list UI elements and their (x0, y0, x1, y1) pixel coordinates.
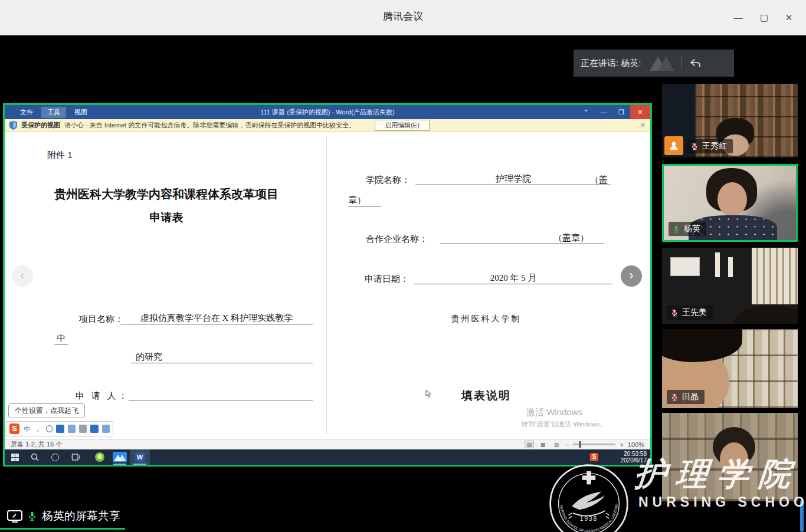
browser-app-button[interactable] (90, 449, 110, 465)
applicant-blank (129, 390, 313, 401)
task-view-button[interactable] (65, 449, 85, 465)
share-banner-label: 杨英的屏幕共享 (42, 508, 120, 524)
participant-name: 杨英 (684, 224, 700, 234)
zoom-slider-thumb[interactable] (579, 441, 581, 448)
participant-tile-speaking[interactable]: 杨英 (662, 164, 798, 242)
mic-muted-icon (670, 308, 679, 317)
college-stamp-wrap: 章） (348, 195, 381, 206)
next-screen-button[interactable]: › (621, 265, 642, 287)
college-value: 护理学院 (415, 173, 611, 185)
speaking-label: 正在讲话: 杨英: (581, 58, 641, 69)
word-menu-tools[interactable]: 工具 (41, 107, 66, 118)
zoom-out-button[interactable]: − (565, 441, 569, 448)
task-view-icon (71, 454, 80, 461)
participant-name: 王先美 (682, 307, 707, 318)
word-app-button[interactable]: W (130, 449, 150, 465)
prev-screen-button[interactable]: ‹ (12, 265, 33, 287)
windows-taskbar: W S 20:53:58 2020/6/17 (5, 449, 650, 465)
enable-editing-button[interactable]: 启用编辑(E) (375, 120, 430, 131)
taskbar-clock[interactable]: 20:53:58 2020/6/17 (621, 451, 647, 464)
protected-bar-close-icon[interactable]: ✕ (640, 121, 646, 129)
date-label: 申请日期： (365, 274, 409, 285)
minimize-button[interactable]: — (729, 9, 747, 26)
form-title-line1: 贵州医科大学教学内容和课程体系改革项目 (21, 186, 312, 202)
zoom-level-label: 100% (628, 441, 644, 448)
sogou-emoji-icon[interactable] (46, 425, 53, 432)
screen-share-banner: 杨英的屏幕共享 (7, 508, 120, 524)
zoom-in-button[interactable]: + (620, 441, 623, 448)
date-value: 2020 年 5 月 (414, 272, 612, 284)
instructions-title: 填表说明 (327, 388, 646, 403)
word-menu-view[interactable]: 视图 (68, 107, 93, 118)
app-title: 腾讯会议 (0, 0, 806, 33)
word-close-button[interactable]: ✕ (630, 105, 650, 119)
tencent-meeting-app-button[interactable] (110, 449, 130, 465)
sogou-skin-icon[interactable] (90, 425, 98, 433)
college-stamp-open: （盖 (590, 175, 608, 186)
participant-name: 王秀红 (702, 141, 727, 152)
avatar-badge (664, 136, 683, 155)
protected-view-bar: 受保护的视图 请小心 - 来自 Internet 的文件可能包含病毒。除非您需要… (5, 119, 650, 132)
tencent-meeting-icon (113, 452, 127, 462)
participant-tile[interactable]: 王先美 (662, 248, 798, 324)
ribbon-collapse-icon[interactable]: ⌃ (577, 105, 595, 119)
app-titlebar: 腾讯会议 — ▢ ✕ (0, 0, 806, 35)
word-minimize-button[interactable]: — (595, 105, 612, 119)
protected-view-label: 受保护的视图 (21, 121, 60, 130)
cortana-icon (51, 454, 59, 461)
clock-time: 20:53:58 (621, 451, 647, 457)
video-decor (752, 248, 798, 304)
clock-date: 2020/6/17 (621, 457, 647, 464)
word-menu-file[interactable]: 文件 (14, 107, 39, 118)
svg-text:NURSING SCHOOL OF GUIZHOU MEDI: NURSING SCHOOL OF GUIZHOU MEDICAL UNIVER… (548, 462, 618, 532)
company-stamp: （盖章） (440, 232, 604, 244)
web-layout-button[interactable]: ▥ (552, 441, 561, 448)
screen-count-label: 屏幕 1-2, 共 16 个 (5, 440, 62, 449)
sogou-toolbox-icon[interactable] (102, 425, 110, 433)
sogou-tooltip: 个性设置，点我起飞 (8, 403, 85, 418)
windows-activate-watermark-1: 激活 Windows (526, 407, 582, 418)
sogou-voice-icon[interactable] (56, 425, 64, 433)
video-decor (720, 442, 748, 477)
project-name-wrap: 中 (54, 333, 68, 344)
participant-tile[interactable]: 王秀红 (662, 84, 798, 157)
word-restore-button[interactable]: ❐ (612, 105, 630, 119)
banner-divider (682, 56, 682, 70)
tray-sogou-icon[interactable]: S (590, 453, 598, 461)
word-app-icon: W (135, 452, 145, 462)
browser-app-icon (95, 452, 104, 462)
sogou-passport-icon[interactable] (79, 425, 87, 433)
mic-muted-icon (670, 393, 679, 402)
close-button[interactable]: ✕ (780, 9, 798, 26)
mic-active-icon (27, 511, 37, 521)
maximize-button[interactable]: ▢ (755, 9, 773, 26)
participant-tile[interactable]: 田晶 (662, 329, 798, 408)
read-mode-button[interactable]: ▤ (525, 441, 534, 448)
video-decor (728, 257, 733, 277)
windows-logo-icon (11, 454, 19, 461)
participant-tile[interactable] (662, 413, 798, 501)
start-button[interactable] (5, 449, 25, 465)
cortana-button[interactable] (45, 449, 65, 465)
sogou-logo-icon[interactable]: S (9, 423, 19, 434)
sogou-cn-mode-icon[interactable]: 中 (23, 425, 31, 433)
windows-activate-watermark-2: 转到“设置”以激活 Windows。 (522, 420, 606, 429)
video-decor (717, 182, 747, 216)
project-name-label: 项目名称： (79, 314, 123, 325)
seal-year: 1938 (580, 515, 598, 522)
sogou-keyboard-icon[interactable] (68, 425, 76, 433)
taskbar-search-button[interactable] (25, 449, 45, 465)
seal-ring-text: NURSING SCHOOL OF GUIZHOU MEDICAL UNIVER… (548, 462, 618, 532)
made-by-line: 贵州医科大学制 (327, 314, 646, 324)
participants-scrollbar[interactable] (800, 500, 804, 532)
sogou-toolbar: S 中 ,. (6, 421, 113, 436)
sogou-punct-icon[interactable]: ,. (34, 425, 42, 433)
reply-arrow-icon[interactable] (689, 57, 701, 69)
shared-screen-frame: 文件 工具 视图 111 课题 (受保护的视图) - Word(产品激活失败) … (3, 103, 652, 467)
print-layout-button[interactable]: ▦ (538, 441, 548, 448)
mic-muted-icon (690, 142, 699, 151)
school-seal-icon: 1938 NURSING SCHOOL OF GUIZHOU MEDICAL U… (548, 462, 630, 532)
word-titlebar: 文件 工具 视图 111 课题 (受保护的视图) - Word(产品激活失败) … (5, 105, 650, 119)
zoom-slider[interactable] (573, 444, 615, 445)
word-document-title: 111 课题 (受保护的视图) - Word(产品激活失败) (260, 108, 394, 117)
